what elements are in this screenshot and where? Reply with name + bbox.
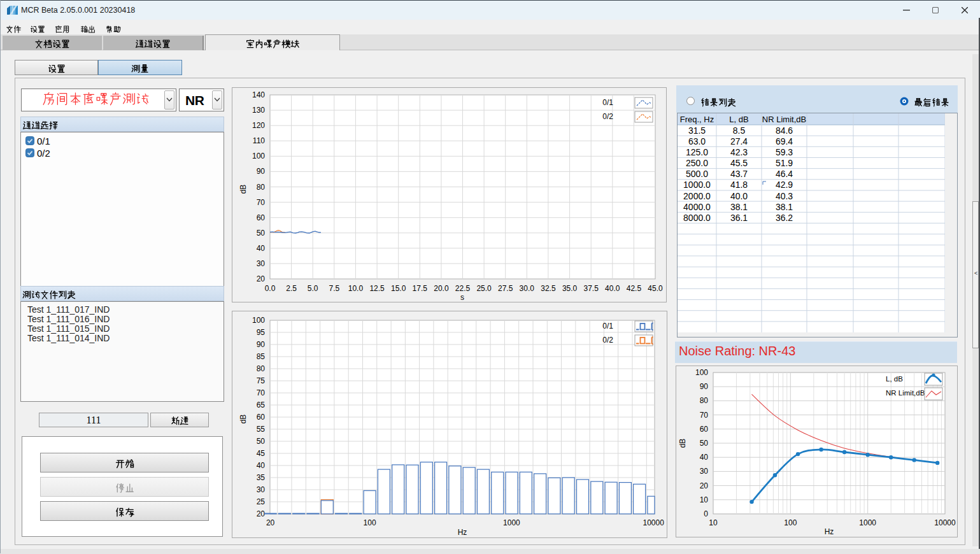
svg-text:10000: 10000	[934, 518, 956, 527]
svg-text:32.5: 32.5	[541, 284, 556, 293]
svg-text:2000.0: 2000.0	[683, 191, 711, 201]
svg-text:40.3: 40.3	[776, 191, 793, 201]
svg-text:2.5: 2.5	[286, 284, 297, 293]
svg-text:15.0: 15.0	[391, 284, 406, 293]
svg-text:10: 10	[700, 495, 709, 504]
svg-text:27.5: 27.5	[498, 284, 513, 293]
svg-text:100: 100	[252, 152, 265, 160]
svg-text:125.0: 125.0	[686, 147, 708, 157]
svg-text:30: 30	[257, 485, 266, 494]
svg-text:45: 45	[257, 449, 266, 458]
svg-text:41.8: 41.8	[730, 180, 748, 190]
svg-text:L, dB: L, dB	[729, 115, 748, 124]
svg-text:20: 20	[266, 518, 275, 527]
svg-text:140: 140	[252, 90, 265, 99]
svg-text:Hz: Hz	[458, 528, 467, 537]
svg-text:51.9: 51.9	[776, 158, 793, 168]
svg-text:90: 90	[700, 382, 709, 391]
svg-text:0/2: 0/2	[602, 336, 613, 344]
svg-text:20: 20	[700, 481, 709, 490]
svg-text:70: 70	[257, 198, 266, 207]
svg-text:60: 60	[257, 413, 266, 422]
svg-text:70: 70	[257, 388, 266, 397]
svg-text:40: 40	[257, 244, 266, 253]
svg-text:35: 35	[257, 473, 266, 482]
svg-text:Freq., Hz: Freq., Hz	[680, 115, 714, 124]
svg-text:70: 70	[700, 411, 709, 420]
svg-text:NR Limit,dB: NR Limit,dB	[886, 389, 925, 397]
svg-text:55: 55	[257, 425, 266, 434]
svg-text:110: 110	[253, 136, 265, 145]
svg-text:130: 130	[252, 106, 265, 115]
svg-text:40.0: 40.0	[730, 191, 748, 201]
svg-text:dB: dB	[239, 185, 248, 194]
svg-text:8000.0: 8000.0	[683, 213, 711, 223]
svg-text:36.1: 36.1	[730, 213, 748, 223]
svg-text:0: 0	[704, 509, 708, 518]
svg-text:45.5: 45.5	[730, 158, 748, 168]
svg-text:27.4: 27.4	[730, 136, 748, 146]
svg-text:40.0: 40.0	[605, 284, 620, 293]
svg-text:80: 80	[257, 364, 266, 373]
svg-text:90: 90	[257, 167, 266, 176]
svg-text:30: 30	[257, 259, 266, 268]
svg-text:5.0: 5.0	[308, 284, 318, 293]
svg-text:75: 75	[257, 376, 266, 385]
svg-text:65: 65	[257, 401, 266, 409]
svg-text:40: 40	[257, 461, 266, 470]
svg-text:30: 30	[700, 467, 709, 476]
svg-text:85: 85	[257, 352, 266, 361]
svg-text:40: 40	[700, 453, 709, 462]
svg-text:100: 100	[695, 368, 708, 377]
svg-text:7.5: 7.5	[329, 284, 339, 293]
svg-text:1000: 1000	[859, 518, 876, 527]
svg-text:50: 50	[257, 437, 266, 446]
svg-text:0/2: 0/2	[602, 112, 613, 121]
svg-text:22.5: 22.5	[455, 284, 471, 293]
svg-text:120: 120	[252, 121, 265, 130]
svg-text:43.7: 43.7	[730, 169, 748, 179]
svg-text:69.4: 69.4	[776, 136, 793, 146]
svg-text:46.4: 46.4	[776, 169, 793, 179]
svg-text:59.3: 59.3	[776, 147, 793, 157]
svg-text:38.1: 38.1	[776, 202, 793, 212]
svg-text:60: 60	[257, 213, 266, 222]
svg-text:80: 80	[700, 396, 709, 405]
svg-text:20: 20	[257, 509, 266, 518]
svg-text:250.0: 250.0	[686, 158, 708, 168]
svg-text:s: s	[460, 293, 464, 302]
svg-text:0/1: 0/1	[602, 98, 613, 107]
svg-text:100: 100	[364, 518, 376, 527]
svg-text:1000: 1000	[503, 518, 520, 527]
svg-text:4000.0: 4000.0	[683, 202, 711, 212]
svg-text:100: 100	[784, 518, 797, 527]
svg-text:84.6: 84.6	[776, 125, 793, 136]
svg-text:NR Limit,dB: NR Limit,dB	[762, 115, 806, 124]
svg-text:10.0: 10.0	[348, 284, 364, 293]
svg-text:38.1: 38.1	[730, 202, 748, 212]
svg-text:80: 80	[257, 183, 266, 192]
svg-text:Hz: Hz	[825, 527, 834, 536]
svg-text:60: 60	[700, 425, 709, 434]
svg-text:95: 95	[257, 328, 266, 337]
svg-text:50: 50	[700, 439, 709, 448]
svg-text:45.0: 45.0	[648, 284, 663, 293]
svg-text:36.2: 36.2	[776, 213, 793, 223]
svg-text:42.5: 42.5	[627, 284, 642, 293]
svg-text:31.5: 31.5	[688, 125, 706, 136]
svg-text:17.5: 17.5	[413, 284, 428, 293]
svg-text:42.3: 42.3	[730, 147, 748, 157]
svg-text:0/1: 0/1	[602, 322, 613, 330]
svg-text:30.0: 30.0	[520, 284, 535, 293]
svg-text:8.5: 8.5	[733, 125, 746, 136]
svg-text:dB: dB	[239, 415, 248, 424]
svg-text:35.0: 35.0	[562, 284, 578, 293]
svg-text:0.0: 0.0	[265, 284, 276, 293]
svg-text:20.0: 20.0	[434, 284, 449, 293]
svg-text:10000: 10000	[643, 518, 665, 527]
svg-text:63.0: 63.0	[688, 136, 706, 146]
svg-text:25: 25	[257, 497, 266, 506]
svg-text:dB: dB	[678, 439, 687, 448]
svg-text:50: 50	[257, 229, 266, 238]
svg-text:12.5: 12.5	[369, 284, 385, 293]
